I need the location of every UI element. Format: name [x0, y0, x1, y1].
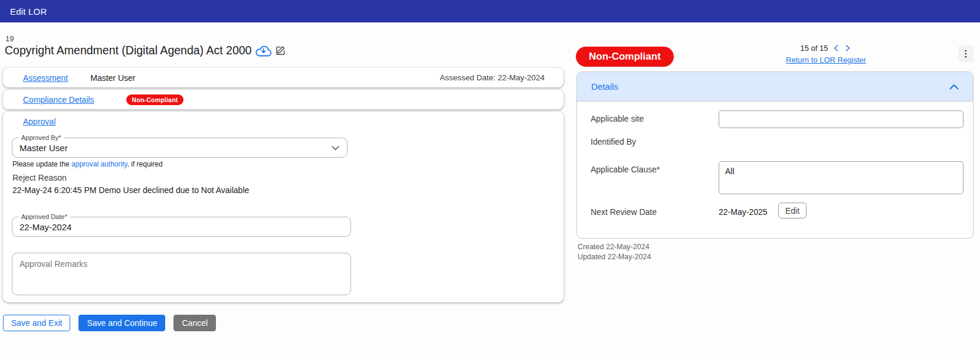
title-row: Copyright Amendment (Digital Agenda) Act…	[5, 44, 286, 57]
return-to-lor-register-link[interactable]: Return to LOR Register	[786, 56, 866, 64]
edit-review-date-button[interactable]: Edit	[778, 203, 807, 218]
next-record-icon[interactable]	[844, 44, 852, 52]
tab-assessment[interactable]: Assessment	[23, 73, 68, 83]
record-pager: 15 of 15 Return to LOR Register	[761, 44, 891, 65]
kebab-icon: ⋮	[962, 48, 971, 59]
app-header: Edit LOR	[0, 0, 980, 22]
details-header[interactable]: Details	[577, 72, 973, 102]
approved-by-value: Master User	[19, 143, 68, 153]
approval-helper-text: Please update the approval authority, if…	[12, 160, 163, 168]
updated-date: Updated 22-May-2024	[578, 253, 651, 261]
chevron-up-icon	[949, 81, 959, 92]
created-date: Created 22-May-2024	[578, 243, 650, 251]
details-card: Details Applicable site Identified By Ma…	[576, 71, 974, 239]
assessed-date: Assessed Date: 22-May-2024	[440, 73, 545, 82]
cancel-button[interactable]: Cancel	[173, 315, 216, 331]
tab-compliance-details[interactable]: Compliance Details	[23, 95, 94, 105]
approved-date-value: 22-May-2024	[19, 222, 71, 232]
pager-position: 15 of 15	[801, 44, 828, 53]
approved-date-field[interactable]: Approved Date* 22-May-2024	[12, 217, 351, 237]
edit-title-icon[interactable]	[276, 45, 286, 56]
previous-record-icon[interactable]	[832, 44, 840, 52]
next-review-date-label: Next Review Date	[591, 207, 657, 217]
record-id: 19	[5, 34, 14, 43]
approved-by-select[interactable]: Approved By* Master User	[12, 138, 348, 158]
approved-by-label: Approved By*	[18, 134, 64, 141]
save-and-exit-button[interactable]: Save and Exit	[3, 315, 70, 331]
assessment-row: Assessment Master User Assessed Date: 22…	[3, 68, 563, 87]
reject-reason-label: Reject Reason	[12, 173, 67, 182]
details-title: Details	[591, 81, 618, 92]
more-options-button[interactable]: ⋮	[958, 45, 974, 62]
applicable-clause-value: All	[725, 167, 735, 176]
pager-line: 15 of 15	[761, 44, 891, 53]
status-pill: Non-Compliant	[576, 47, 674, 67]
applicable-clause-label: Applicable Clause*	[591, 165, 660, 174]
approval-panel: Approval Approved By* Master User Please…	[3, 112, 563, 302]
compliance-status-badge: Non-Compliant	[126, 94, 184, 105]
next-review-date-value: 22-May-2025	[719, 207, 768, 217]
helper-suffix: if required	[129, 160, 163, 168]
applicable-site-input[interactable]	[719, 110, 963, 128]
assessor-name: Master User	[90, 73, 135, 83]
action-buttons: Save and Exit Save and Continue Cancel	[3, 315, 216, 331]
page-title: Edit LOR	[10, 6, 47, 17]
helper-prefix: Please update the	[12, 160, 71, 168]
save-and-continue-button[interactable]: Save and Continue	[78, 315, 165, 331]
applicable-site-label: Applicable site	[591, 114, 644, 123]
reject-reason-text: 22-May-24 6:20:45 PM Demo User declined …	[12, 185, 249, 195]
compliance-row: Compliance Details Non-Compliant	[3, 90, 563, 109]
chevron-down-icon	[332, 142, 339, 153]
record-title: Copyright Amendment (Digital Agenda) Act…	[5, 44, 251, 57]
approval-authority-link[interactable]: approval authority,	[71, 160, 129, 168]
identified-by-label: Identified By	[591, 137, 636, 146]
applicable-clause-textarea[interactable]: All	[719, 161, 963, 194]
download-icon[interactable]	[255, 44, 271, 57]
approval-remarks-textarea[interactable]	[12, 253, 351, 295]
tab-approval[interactable]: Approval	[23, 117, 55, 126]
approved-date-label: Approved Date*	[18, 213, 70, 220]
